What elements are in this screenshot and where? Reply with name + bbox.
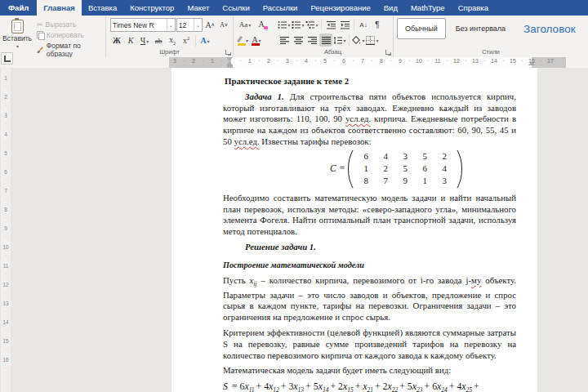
style-card-label: Обычный bbox=[405, 24, 438, 33]
scissors-icon: ✂ bbox=[37, 20, 43, 29]
ribbon-tab-справка[interactable]: Справка bbox=[452, 0, 495, 16]
align-right-icon bbox=[308, 36, 317, 45]
ruler-number: 11 bbox=[434, 58, 440, 64]
ribbon: Вставить ▾ ✂ Вырезать Копировать Формат … bbox=[0, 16, 588, 58]
clear-formatting-button[interactable]: А bbox=[255, 18, 268, 31]
format-painter-button[interactable]: Формат по образцу bbox=[35, 41, 103, 59]
style-card-nospacing[interactable]: Без интервала bbox=[448, 18, 514, 39]
tab-selector[interactable] bbox=[1, 52, 13, 65]
superscript-button[interactable]: x2 bbox=[180, 34, 193, 47]
text-highlight-button[interactable]: ▾ bbox=[236, 33, 249, 47]
style-card-heading1[interactable]: Заголовок bbox=[515, 18, 583, 39]
align-left-button[interactable] bbox=[278, 33, 291, 47]
numbering-button[interactable]: ▾ bbox=[292, 18, 305, 31]
ruler-tick: · bbox=[277, 58, 278, 64]
sort-button[interactable]: А↓ bbox=[357, 18, 370, 31]
matrix-cell: 8 bbox=[356, 175, 376, 187]
change-case-button[interactable]: Аа▾ bbox=[236, 18, 254, 31]
copy-button[interactable]: Копировать bbox=[35, 30, 103, 40]
ruler-tick: · bbox=[390, 58, 391, 64]
underline-button[interactable]: Ч▾ bbox=[138, 34, 151, 47]
shading-button[interactable]: ▾ bbox=[352, 33, 365, 47]
bullets-button[interactable]: ▾ bbox=[278, 18, 291, 31]
ruler-tick: · bbox=[1, 196, 11, 201]
justify-button[interactable] bbox=[319, 33, 332, 47]
text-column: Практическое задание к теме 2 Задача 1. … bbox=[223, 76, 516, 392]
ruler-number: 17 bbox=[547, 58, 554, 64]
paste-button[interactable]: Вставить ▾ bbox=[2, 18, 32, 49]
paragraph-dialog-launcher[interactable] bbox=[385, 50, 391, 56]
matrix-cell: 2 bbox=[434, 150, 454, 163]
font-size-combo[interactable]: 12⌄ bbox=[176, 18, 203, 32]
ribbon-tab-конструктор[interactable]: Конструктор bbox=[123, 0, 180, 16]
ruler-number: 8 bbox=[380, 58, 383, 64]
ribbon-tab-рецензирование[interactable]: Рецензирование bbox=[304, 0, 376, 16]
style-card-normal[interactable]: Обычный bbox=[397, 18, 446, 39]
matrix-row: 12564 bbox=[356, 163, 454, 175]
ruler-tick: · bbox=[1, 234, 11, 238]
align-right-button[interactable] bbox=[305, 33, 318, 47]
increase-indent-button[interactable] bbox=[338, 18, 351, 31]
chevron-down-icon[interactable]: ▾ bbox=[16, 43, 19, 49]
bold-button[interactable]: Ж bbox=[110, 34, 123, 47]
hanging-indent-marker[interactable] bbox=[226, 58, 233, 65]
font-extra-group: Аа▾ А ▾ А▾ bbox=[234, 16, 273, 57]
paragraph-need: Необходимо составить математическую моде… bbox=[223, 193, 516, 238]
matrix-label: C bbox=[330, 163, 336, 175]
italic-button[interactable]: К bbox=[124, 34, 137, 47]
ribbon-tab-ссылки[interactable]: Ссылки bbox=[216, 0, 256, 16]
ruler-number: 13 bbox=[1, 301, 11, 306]
ribbon-tab-главная[interactable]: Главная bbox=[37, 0, 82, 16]
multilevel-list-button[interactable]: ▾ bbox=[305, 18, 318, 31]
ruler-tick: · bbox=[1, 83, 11, 88]
ruler-tick: · bbox=[1, 327, 11, 332]
show-marks-button[interactable]: ¶ bbox=[371, 18, 384, 31]
matrix-cell: 5 bbox=[395, 163, 415, 175]
ribbon-tab-макет[interactable]: Макет bbox=[180, 0, 216, 16]
ruler-tick: · bbox=[502, 58, 504, 64]
ruler-tick: · bbox=[1, 309, 11, 314]
ruler-number: 15 bbox=[1, 338, 11, 344]
line-spacing-button[interactable]: ▾ bbox=[333, 33, 346, 47]
ruler-number: 4 bbox=[1, 131, 11, 137]
ruler-tick: · bbox=[1, 271, 11, 276]
ribbon-tab-mathtype[interactable]: MathType bbox=[404, 0, 452, 16]
ruler-tick: · bbox=[1, 365, 11, 370]
paragraph-let: Пусть xij – количество кирпича, перевози… bbox=[223, 275, 516, 323]
cut-button[interactable]: ✂ Вырезать bbox=[35, 20, 103, 29]
paragraph-group: ▾ ▾ ▾ А↓ ¶ ▾ bbox=[273, 16, 394, 57]
text-effects-button[interactable]: А▾ bbox=[198, 34, 212, 47]
font-dialog-launcher[interactable] bbox=[225, 50, 231, 56]
align-center-button[interactable] bbox=[292, 33, 305, 47]
model-heading: Построение математической модели bbox=[223, 260, 516, 271]
borders-button[interactable]: ▾ bbox=[366, 33, 379, 47]
clipboard-icon bbox=[11, 20, 24, 33]
document-page[interactable]: Практическое задание к теме 2 Задача 1. … bbox=[172, 68, 537, 392]
text-run: Известны тарифы перевозок: bbox=[260, 136, 372, 146]
horizontal-ruler[interactable]: 3211234567891011121314151617············… bbox=[169, 57, 566, 68]
subscript-button[interactable]: x2 bbox=[166, 34, 179, 47]
ruler-tick: · bbox=[1, 102, 11, 107]
matrix-cell: 2 bbox=[376, 163, 395, 175]
strikethrough-button[interactable]: ab bbox=[152, 34, 165, 47]
ruler-number: 2 bbox=[192, 58, 195, 64]
styles-group-label: Стили bbox=[482, 48, 500, 56]
vertical-ruler[interactable]: 1·2·3·4·5·6·7·8·9·10·11·12·13·14·15·16· bbox=[1, 68, 11, 392]
grow-font-button[interactable]: А˄ bbox=[203, 19, 216, 32]
ruler-number: 16 bbox=[528, 58, 535, 64]
font-name-combo[interactable]: Times New R⌄ bbox=[110, 18, 176, 32]
decrease-indent-button[interactable] bbox=[324, 18, 337, 31]
ruler-number: 1 bbox=[211, 58, 214, 64]
ribbon-tab-файл[interactable]: Файл bbox=[0, 0, 37, 16]
font-color-button[interactable]: А▾ bbox=[250, 33, 263, 47]
copy-icon bbox=[37, 31, 44, 39]
ruler-number: 1 bbox=[1, 75, 11, 81]
ribbon-tab-вид[interactable]: Вид bbox=[377, 0, 404, 16]
solution-heading: Решение задачи 1. bbox=[223, 242, 516, 253]
ruler-number: 6 bbox=[342, 58, 345, 64]
ribbon-tab-вставка[interactable]: Вставка bbox=[82, 0, 123, 16]
ruler-number: 14 bbox=[1, 319, 11, 325]
ribbon-tab-рассылки[interactable]: Рассылки bbox=[256, 0, 305, 16]
style-card-heading2[interactable]: Заголовок 2 bbox=[586, 18, 588, 39]
shrink-font-button[interactable]: А˅ bbox=[217, 19, 230, 32]
